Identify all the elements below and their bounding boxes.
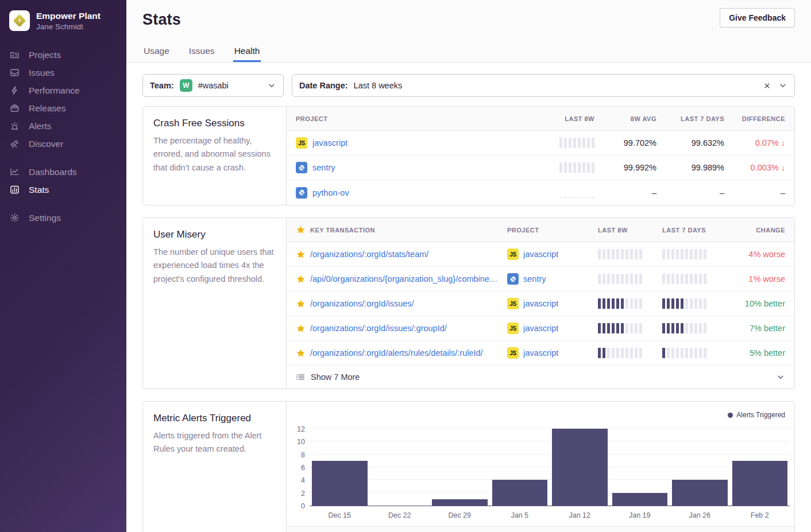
sparkline xyxy=(559,162,594,173)
transaction-link[interactable]: /organizations/:orgId/issues/ xyxy=(310,299,501,308)
sidebar-item-issues[interactable]: Issues xyxy=(0,64,126,81)
date-range-label: Date Range: xyxy=(299,81,348,90)
sidebar-item-alerts[interactable]: Alerts xyxy=(0,117,126,135)
python-platform-icon xyxy=(296,187,307,199)
sidebar-item-label: Alerts xyxy=(29,121,52,131)
chart-legend: Alerts Triggered xyxy=(728,411,785,419)
show-more-row[interactable]: Show 7 More xyxy=(287,366,794,389)
table-row: /organizations/:orgId/alerts/rules/detai… xyxy=(287,341,794,366)
filter-bar: Team: W #wasabi Date Range: Last 8 weeks xyxy=(142,74,795,97)
sidebar-item-settings[interactable]: Settings xyxy=(0,209,126,227)
crash-free-table: PROJECT LAST 8W 8W AVG LAST 7 DAYS DIFFE… xyxy=(287,107,794,205)
sidebar-item-releases[interactable]: Releases xyxy=(0,99,126,117)
transaction-link[interactable]: /api/0/organizations/{organization_slug}… xyxy=(310,274,501,284)
table-row: JSjavascript 99.702% 99.632% 0.07%↓ xyxy=(287,131,794,156)
project-link[interactable]: python-ov xyxy=(312,188,349,197)
x-axis-label: Jan 19 xyxy=(610,511,670,519)
sidebar: Empower Plant Jane Schmidt Projects Issu… xyxy=(0,0,126,532)
sidebar-item-dashboards[interactable]: Dashboards xyxy=(0,163,126,181)
alerts-bar xyxy=(492,480,548,506)
team-select[interactable]: Team: W #wasabi xyxy=(142,74,284,97)
team-select-label: Team: xyxy=(150,81,174,90)
javascript-platform-icon: JS xyxy=(507,323,519,334)
javascript-platform-icon: JS xyxy=(296,137,307,149)
star-icon[interactable] xyxy=(287,324,310,333)
sidebar-item-performance[interactable]: Performance xyxy=(0,81,126,99)
org-switcher[interactable]: Empower Plant Jane Schmidt xyxy=(0,0,126,40)
chevron-down-icon xyxy=(778,81,787,90)
page-header: Stats Give Feedback UsageIssuesHealth xyxy=(126,0,811,63)
sidebar-item-label: Performance xyxy=(29,86,80,96)
give-feedback-button[interactable]: Give Feedback xyxy=(720,8,795,28)
dashboards-icon xyxy=(9,167,20,177)
alerts-bar xyxy=(732,461,788,506)
page-title: Stats xyxy=(142,0,795,29)
stats-icon xyxy=(9,185,20,195)
sidebar-item-discover[interactable]: Discover xyxy=(0,135,126,153)
project-link[interactable]: sentry xyxy=(312,163,335,172)
org-logo-icon xyxy=(9,10,30,31)
transaction-link[interactable]: /organizations/:orgId/stats/team/ xyxy=(310,250,501,259)
date-range-select[interactable]: Date Range: Last 8 weeks xyxy=(292,74,795,97)
crash-free-sessions-panel: Crash Free Sessions The percentage of he… xyxy=(142,106,795,205)
sidebar-item-label: Projects xyxy=(29,50,61,60)
star-icon xyxy=(287,225,310,235)
project-link[interactable]: sentry xyxy=(523,274,546,284)
performance-icon xyxy=(9,86,20,95)
star-icon[interactable] xyxy=(287,250,310,259)
panel-description: Alerts triggered from the Alert Rules yo… xyxy=(153,429,276,456)
sparkline xyxy=(662,274,706,284)
project-link[interactable]: javascript xyxy=(523,324,558,333)
tab-usage[interactable]: Usage xyxy=(142,46,171,62)
sparkline xyxy=(559,188,594,198)
star-icon[interactable] xyxy=(287,274,310,284)
x-axis-label: Dec 15 xyxy=(310,511,370,519)
last-7d-value: 99.632% xyxy=(656,138,724,147)
change-value: 10% better xyxy=(727,299,794,308)
project-link[interactable]: javascript xyxy=(523,299,558,308)
y-axis-tick: 4 xyxy=(288,476,305,484)
sparkline xyxy=(662,348,706,358)
project-link[interactable]: javascript xyxy=(523,250,558,259)
x-axis-label: Feb 2 xyxy=(730,511,790,519)
date-range-value: Last 8 weeks xyxy=(354,81,403,90)
show-more-label: Show 7 More xyxy=(311,372,360,382)
org-name: Empower Plant xyxy=(36,10,101,21)
tab-issues[interactable]: Issues xyxy=(188,46,216,62)
y-axis-tick: 10 xyxy=(288,438,305,446)
project-link[interactable]: javascript xyxy=(523,348,558,358)
tab-bar: UsageIssuesHealth xyxy=(142,46,261,62)
transaction-link[interactable]: /organizations/:orgId/issues/:groupId/ xyxy=(310,324,501,333)
sidebar-item-stats[interactable]: Stats xyxy=(0,181,126,199)
table-header-row: KEY TRANSACTION PROJECT LAST 8W LAST 7 D… xyxy=(287,218,794,242)
chevron-down-icon xyxy=(267,81,276,90)
chevron-down-icon[interactable] xyxy=(776,372,785,382)
star-icon[interactable] xyxy=(287,348,310,358)
change-value: 4% worse xyxy=(727,250,794,259)
sparkline xyxy=(662,323,706,333)
alerts-bar xyxy=(312,461,368,506)
table-header-row: PROJECT LAST 8W 8W AVG LAST 7 DAYS DIFFE… xyxy=(287,107,794,131)
alerts-bar-chart: Alerts Triggered 024681012 Dec 15Dec 22D… xyxy=(287,402,794,526)
difference-value: – xyxy=(724,188,794,197)
sidebar-item-label: Issues xyxy=(29,68,55,78)
x-axis-label: Dec 22 xyxy=(370,511,430,519)
star-icon[interactable] xyxy=(287,299,310,309)
team-avatar: W xyxy=(180,79,192,92)
clear-icon[interactable] xyxy=(763,81,771,90)
sidebar-item-label: Settings xyxy=(29,213,61,223)
sparkline xyxy=(598,249,642,259)
table-row: sentry 99.992% 99.989% 0.003%↓ xyxy=(287,156,794,180)
legend-label: Alerts Triggered xyxy=(736,411,785,419)
discover-icon xyxy=(9,139,20,149)
chart-x-axis: Dec 15Dec 22Dec 29Jan 5Jan 12Jan 19Jan 2… xyxy=(310,506,790,526)
last-7d-value: 99.989% xyxy=(656,163,724,172)
x-axis-label: Jan 12 xyxy=(550,511,610,519)
javascript-platform-icon: JS xyxy=(507,248,519,260)
x-axis-label: Dec 29 xyxy=(430,511,490,519)
sidebar-nav: Projects Issues Performance Releases Ale… xyxy=(0,46,126,227)
sidebar-item-projects[interactable]: Projects xyxy=(0,46,126,64)
project-link[interactable]: javascript xyxy=(312,138,347,147)
transaction-link[interactable]: /organizations/:orgId/alerts/rules/detai… xyxy=(310,348,501,358)
tab-health[interactable]: Health xyxy=(233,46,261,62)
